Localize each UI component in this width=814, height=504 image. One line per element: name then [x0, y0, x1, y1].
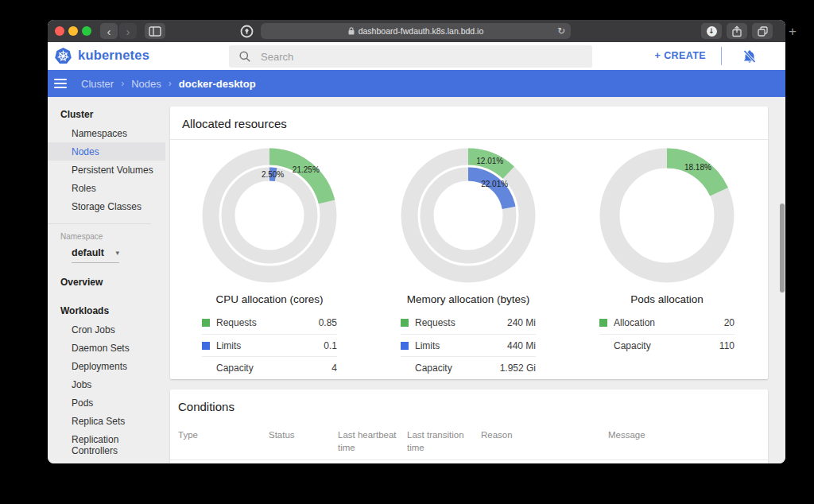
reload-icon[interactable]: ↻	[557, 25, 565, 37]
legend-value: 110	[719, 340, 735, 351]
download-icon: ↓	[707, 26, 717, 37]
browser-window: ‹ › dashboard-fwdauth.k8s.lan.bdd.io ↻ ↓	[48, 20, 785, 463]
create-button[interactable]: + CREATE	[655, 50, 706, 61]
back-button[interactable]: ‹	[100, 23, 118, 39]
legend-row: Capacity110	[599, 334, 735, 356]
conditions-column-header: Status	[269, 422, 338, 460]
breadcrumb-cluster[interactable]: Cluster	[81, 78, 114, 90]
legend-value: 1.952 Gi	[500, 362, 536, 374]
legend-swatch-green	[401, 319, 409, 327]
page-body: ClusterNamespacesNodesPersistent Volumes…	[48, 97, 785, 463]
scrollbar-thumb[interactable]	[780, 204, 785, 293]
chart-legend: Allocation20Capacity110	[599, 312, 735, 356]
charts-row: 21.25%2.50%CPU allocation (cores)Request…	[170, 140, 768, 378]
sidebar-item-deployments[interactable]: Deployments	[48, 357, 165, 375]
donut-chart: 18.18%	[599, 148, 735, 283]
legend-value: 0.85	[319, 317, 337, 328]
sidebar-item-stateful-sets[interactable]: Stateful Sets	[48, 459, 165, 463]
legend-label: Limits	[415, 340, 440, 351]
legend-row: Limits0.1	[202, 334, 337, 356]
namespace-select[interactable]: default▾	[72, 247, 119, 263]
allocated-resources-card: Allocated resources 21.25%2.50%CPU alloc…	[170, 107, 768, 379]
donut-percent-label: 21.25%	[293, 165, 320, 173]
plus-glyph[interactable]: +	[789, 24, 797, 40]
chevron-right-icon: ›	[121, 78, 124, 89]
legend-value: 20	[724, 317, 735, 328]
sidebar-header-overview[interactable]: Overview	[48, 273, 165, 292]
tabs-icon	[757, 25, 769, 37]
sidebar-item-daemon-sets[interactable]: Daemon Sets	[48, 339, 165, 357]
lock-icon	[348, 27, 355, 35]
main-content: Allocated resources 21.25%2.50%CPU alloc…	[165, 97, 785, 463]
search-icon	[238, 50, 251, 63]
sidebar-item-storage-classes[interactable]: Storage Classes	[48, 197, 165, 215]
card-title: Allocated resources	[170, 107, 768, 140]
conditions-column-header: Last transition time	[407, 422, 481, 460]
donut-percent-label: 22.01%	[481, 179, 508, 188]
sidebar-item-jobs[interactable]: Jobs	[48, 375, 165, 394]
legend-label: Allocation	[614, 317, 655, 328]
sidebar-item-pods[interactable]: Pods	[48, 394, 165, 412]
downloads-button[interactable]: ↓	[701, 23, 722, 39]
search-bar[interactable]	[229, 45, 592, 68]
notifications-off-button[interactable]	[741, 48, 758, 65]
chart-legend: Requests0.85Limits0.1Capacity4	[202, 312, 337, 378]
conditions-cell: KubeletHasSufficientMemory	[481, 460, 608, 463]
chart-title: Pods allocation	[630, 293, 704, 305]
chart-title: CPU allocation (cores)	[215, 293, 323, 305]
namespace-value: default	[72, 247, 104, 258]
sidebar-header-workloads[interactable]: Workloads	[48, 301, 165, 320]
legend-value: 0.1	[324, 340, 337, 351]
sidebar-item-nodes[interactable]: Nodes	[48, 142, 165, 161]
sidebar-item-roles[interactable]: Roles	[48, 179, 165, 197]
sidebar-item-replication-controllers[interactable]: Replication Controllers	[48, 430, 165, 459]
zoom-window-button[interactable]	[82, 26, 91, 36]
donut-chart: 21.25%2.50%	[202, 148, 337, 283]
browser-toolbar: ‹ › dashboard-fwdauth.k8s.lan.bdd.io ↻ ↓	[48, 20, 785, 42]
legend-value: 240 Mi	[507, 317, 536, 328]
chevron-right-icon: ›	[169, 78, 172, 89]
legend-row: Requests240 Mi	[401, 312, 536, 334]
conditions-cell: kubelet has sufficient memory available	[608, 460, 768, 463]
donut-chart: 12.01%22.01%	[401, 148, 536, 283]
chart-title: Memory allocation (bytes)	[407, 293, 530, 305]
sidebar-header-cluster[interactable]: Cluster	[48, 105, 165, 124]
tab-overview-button[interactable]	[752, 23, 773, 39]
conditions-table: TypeStatusLast heartbeat timeLast transi…	[170, 422, 768, 463]
brand-title[interactable]: kubernetes	[78, 48, 149, 63]
conditions-card: Conditions TypeStatusLast heartbeat time…	[170, 390, 768, 463]
forward-button[interactable]: ›	[119, 23, 137, 39]
sidebar-item-namespaces[interactable]: Namespaces	[48, 124, 165, 142]
conditions-column-header: Reason	[481, 422, 608, 460]
breadcrumb-nodes[interactable]: Nodes	[131, 78, 161, 90]
share-button[interactable]	[727, 23, 747, 39]
card-title: Conditions	[170, 390, 768, 422]
conditions-cell: False	[269, 460, 338, 463]
legend-swatch-green	[202, 319, 210, 327]
screenshot-stage: ‹ › dashboard-fwdauth.k8s.lan.bdd.io ↻ ↓	[0, 0, 814, 504]
conditions-column-header: Type	[170, 422, 269, 460]
url-text: dashboard-fwdauth.k8s.lan.bdd.io	[359, 26, 484, 36]
conditions-cell: 6 seconds	[338, 460, 407, 463]
donut-percent-label: 18.18%	[684, 163, 711, 172]
menu-icon[interactable]	[54, 79, 67, 88]
extension-icon[interactable]	[237, 23, 256, 39]
close-window-button[interactable]	[55, 26, 64, 36]
donut-svg	[599, 148, 735, 283]
legend-swatch-blue	[202, 342, 210, 350]
legend-label: Requests	[415, 317, 455, 328]
chart-column: 21.25%2.50%CPU allocation (cores)Request…	[170, 140, 369, 378]
legend-row: Limits440 Mi	[401, 334, 536, 356]
minimize-window-button[interactable]	[68, 26, 78, 36]
breadcrumb: Cluster › Nodes › docker-desktop	[81, 78, 256, 90]
sidebar-item-replica-sets[interactable]: Replica Sets	[48, 412, 165, 430]
donut-svg	[401, 148, 536, 283]
chart-column: 12.01%22.01%Memory allocation (bytes)Req…	[369, 140, 568, 378]
sidebar-item-cron-jobs[interactable]: Cron Jobs	[48, 320, 165, 339]
address-bar[interactable]: dashboard-fwdauth.k8s.lan.bdd.io ↻	[261, 23, 571, 39]
sidebar-toggle-icon[interactable]	[145, 23, 165, 39]
search-input[interactable]	[259, 50, 561, 64]
breadcrumb-bar: Cluster › Nodes › docker-desktop	[48, 70, 785, 97]
legend-swatch-green	[599, 319, 607, 327]
sidebar-item-persistent-volumes[interactable]: Persistent Volumes	[48, 161, 165, 179]
